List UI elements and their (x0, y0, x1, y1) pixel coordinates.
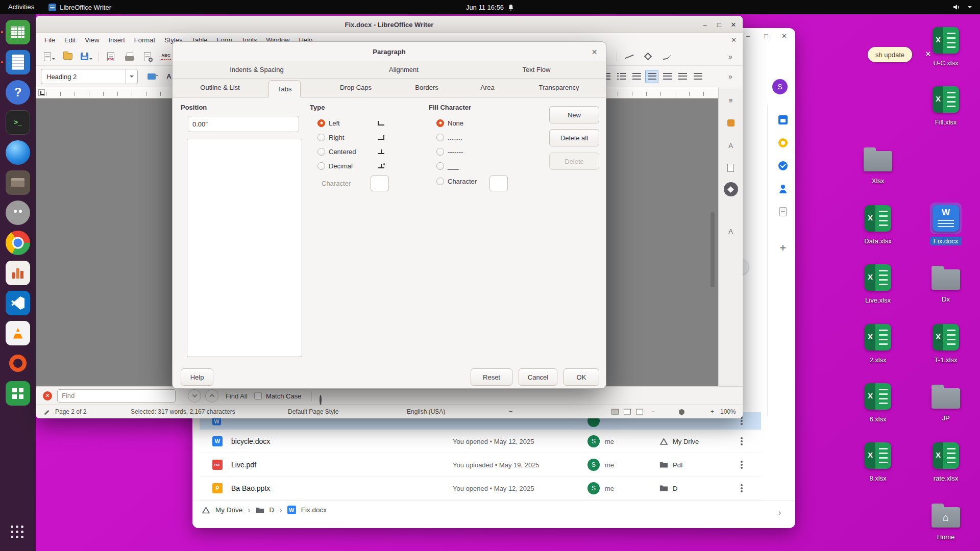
open-button[interactable] (61, 50, 75, 63)
minimize-button[interactable]: – (699, 18, 711, 31)
delete-all-button[interactable]: Delete all (549, 129, 599, 146)
dock-icon-help[interactable] (6, 80, 30, 105)
writer-titlebar[interactable]: Fix.docx - LibreOffice Writer – □ ✕ (36, 16, 743, 33)
insert-line-button[interactable] (623, 50, 636, 63)
menu-file[interactable]: File (40, 33, 60, 47)
single-page-view-icon[interactable] (611, 409, 619, 415)
row-menu-icon[interactable] (741, 487, 743, 489)
row-menu-icon[interactable] (741, 440, 743, 442)
dock-icon-boxes[interactable] (6, 381, 30, 406)
export-pdf-button[interactable]: PDF (104, 50, 117, 63)
sidebar-styles-icon[interactable]: A (724, 138, 738, 153)
dock-icon-calc[interactable] (6, 20, 30, 44)
desktop-icon-fill-xlsx[interactable]: Fill.xlsx (914, 84, 977, 127)
new-button[interactable]: New (549, 106, 599, 123)
file-location[interactable]: My Drive (659, 437, 699, 445)
tab-position-input[interactable] (188, 116, 299, 132)
fill-character-radio[interactable]: Character (436, 176, 477, 187)
collapse-panel-icon[interactable] (778, 509, 781, 517)
maximize-button[interactable]: □ (713, 18, 725, 31)
app-grid-button[interactable] (6, 520, 30, 545)
fill-underscore-radio[interactable]: ___ (436, 160, 459, 171)
activities-button[interactable]: Activities (0, 0, 42, 14)
menu-insert[interactable]: Insert (104, 33, 130, 47)
contacts-icon[interactable] (777, 183, 789, 194)
status-page-style[interactable]: Default Page Style (288, 408, 338, 415)
file-row[interactable]: Ba Bao.pptx You opened • May 12, 2025 S … (200, 477, 761, 500)
find-previous-button[interactable] (188, 389, 201, 403)
save-button[interactable] (80, 50, 93, 63)
desktop-icon-t1-xlsx[interactable]: T-1.xlsx (914, 321, 977, 364)
reset-button[interactable]: Reset (471, 368, 512, 386)
paragraph-style-combobox[interactable]: Heading 2 (41, 69, 138, 84)
dock-icon-vlc[interactable] (6, 321, 30, 345)
desktop-icon-fix-docx-selected[interactable]: Fix.docx (914, 203, 977, 245)
line-spacing-button[interactable] (691, 70, 704, 83)
dock-icon-software[interactable] (6, 351, 30, 375)
breadcrumb-my-drive[interactable]: My Drive (215, 506, 242, 514)
tab-stop-selector[interactable] (38, 89, 45, 96)
document-close-icon[interactable]: ✕ (731, 33, 737, 47)
fill-dots-radio[interactable]: ........ (436, 132, 462, 143)
spelling-button[interactable] (159, 50, 173, 63)
browser-maximize-button[interactable]: □ (764, 32, 768, 40)
tab-text-flow[interactable]: Text Flow (523, 66, 551, 73)
breadcrumb-fix-docx[interactable]: Fix.docx (301, 506, 327, 514)
dock-icon-terminal[interactable] (6, 110, 30, 135)
desktop-icon-xlsx-folder[interactable]: Xlsx (846, 143, 910, 185)
docs-icon[interactable] (777, 206, 789, 217)
desktop-icon-jp-folder[interactable]: JP (914, 381, 977, 422)
desktop-icon-uc-xlsx[interactable]: U-C.xlsx (914, 24, 977, 67)
tab-drop-caps[interactable]: Drop Caps (340, 84, 372, 91)
file-row[interactable]: Live.pdf You uploaded • May 19, 2025 S m… (200, 453, 761, 477)
breadcrumb-folder-d[interactable]: D (270, 506, 275, 514)
zoom-slider-thumb[interactable] (679, 409, 684, 415)
combobox-dropdown-button[interactable] (125, 69, 137, 84)
dialog-close-icon[interactable]: ✕ (589, 46, 600, 57)
dock-icon-files[interactable] (6, 170, 30, 195)
tab-alignment[interactable]: Alignment (389, 66, 419, 73)
match-case-checkbox[interactable] (254, 392, 262, 399)
toolbar-overflow-button[interactable] (724, 70, 737, 83)
type-decimal-radio[interactable]: Decimal (317, 160, 353, 171)
sidebar-settings-icon[interactable]: ≡ (724, 93, 738, 108)
dock-icon-chrome[interactable] (6, 231, 30, 255)
clone-formatting-button[interactable] (145, 70, 158, 83)
sidebar-navigator-icon[interactable] (724, 182, 738, 196)
tab-area[interactable]: Area (480, 84, 494, 91)
toolbar-overflow-button[interactable] (724, 50, 737, 63)
desktop-icon-data-xlsx[interactable]: Data.xlsx (846, 203, 910, 245)
update-notification-chip[interactable]: sh update (868, 47, 912, 62)
align-left-button[interactable] (645, 70, 658, 83)
tab-outline-list[interactable]: Outline & List (200, 84, 239, 91)
chip-close-icon[interactable]: ✕ (925, 49, 932, 59)
dock-icon-gimp[interactable] (6, 201, 30, 225)
dock-icon-vscode[interactable] (6, 291, 30, 315)
sidebar-fontwork-icon[interactable]: A (724, 224, 738, 238)
align-center-button[interactable] (660, 70, 674, 83)
dock-icon-firefox[interactable] (6, 140, 30, 165)
desktop-icon-2-xlsx[interactable]: 2.xlsx (846, 321, 910, 364)
print-preview-button[interactable] (141, 50, 154, 63)
find-all-button[interactable]: Find All (226, 392, 248, 399)
desktop-icon-6-xlsx[interactable]: 6.xlsx (846, 381, 910, 423)
fill-character-input[interactable] (489, 176, 508, 191)
browser-minimize-button[interactable]: – (746, 32, 750, 40)
desktop-icon-rate-xlsx[interactable]: rate.xlsx (914, 440, 977, 483)
focused-app-indicator[interactable]: LibreOffice Writer (42, 4, 117, 11)
increase-indent-button[interactable] (676, 70, 689, 83)
fill-none-radio[interactable]: None (436, 117, 463, 129)
zoom-in-button[interactable]: + (710, 408, 714, 415)
type-left-radio[interactable]: Left (317, 117, 340, 129)
account-avatar[interactable]: S (772, 79, 788, 94)
outline-list-button[interactable] (630, 70, 643, 83)
menu-format[interactable]: Format (130, 33, 160, 47)
tab-indents-spacing[interactable]: Indents & Spacing (230, 66, 284, 73)
find-close-icon[interactable]: ✕ (43, 391, 52, 400)
status-word-count[interactable]: Selected: 317 words, 2,167 characters (131, 408, 235, 415)
file-location[interactable]: D (659, 484, 677, 492)
dock-icon-writer[interactable] (6, 50, 30, 74)
keep-icon[interactable] (777, 137, 789, 148)
clock-menu[interactable]: Jun 11 16:56 (466, 0, 514, 14)
find-input[interactable] (57, 389, 176, 403)
